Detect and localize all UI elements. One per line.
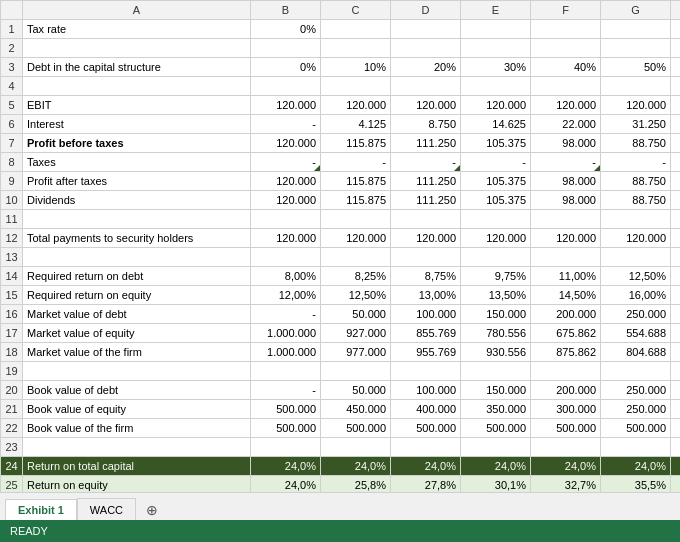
cell-14-C[interactable]: 8,25% — [321, 267, 391, 286]
cell-14-B[interactable]: 8,00% — [251, 267, 321, 286]
cell-17-C[interactable]: 927.000 — [321, 324, 391, 343]
cell-9-E[interactable]: 105.375 — [461, 172, 531, 191]
add-sheet-button[interactable]: ⊕ — [138, 500, 166, 520]
cell-24-C[interactable]: 24,0% — [321, 457, 391, 476]
cell-22-F[interactable]: 500.000 — [531, 419, 601, 438]
cell-23-G[interactable] — [601, 438, 671, 457]
cell-5-B[interactable]: 120.000 — [251, 96, 321, 115]
cell-19-G[interactable] — [601, 362, 671, 381]
cell-6-D[interactable]: 8.750 — [391, 115, 461, 134]
cell-16-F[interactable]: 200.000 — [531, 305, 601, 324]
cell-1-B[interactable]: 0% — [251, 20, 321, 39]
cell-3-B[interactable]: 0% — [251, 58, 321, 77]
cell-7-E[interactable]: 105.375 — [461, 134, 531, 153]
cell-18-E[interactable]: 930.556 — [461, 343, 531, 362]
cell-13-D[interactable] — [391, 248, 461, 267]
cell-20-A[interactable]: Book value of debt — [23, 381, 251, 400]
cell-23-A[interactable] — [23, 438, 251, 457]
col-header-h[interactable]: H — [671, 1, 681, 20]
cell-7-D[interactable]: 111.250 — [391, 134, 461, 153]
cell-18-F[interactable]: 875.862 — [531, 343, 601, 362]
cell-10-G[interactable]: 88.750 — [601, 191, 671, 210]
cell-19-E[interactable] — [461, 362, 531, 381]
cell-4-B[interactable] — [251, 77, 321, 96]
cell-24-E[interactable]: 24,0% — [461, 457, 531, 476]
cell-6-E[interactable]: 14.625 — [461, 115, 531, 134]
cell-22-E[interactable]: 500.000 — [461, 419, 531, 438]
cell-3-G[interactable]: 50% — [601, 58, 671, 77]
cell-11-F[interactable] — [531, 210, 601, 229]
cell-6-A[interactable]: Interest — [23, 115, 251, 134]
cell-7-B[interactable]: 120.000 — [251, 134, 321, 153]
cell-13-A[interactable] — [23, 248, 251, 267]
cell-2-B[interactable] — [251, 39, 321, 58]
cell-6-G[interactable]: 31.250 — [601, 115, 671, 134]
cell-4-G[interactable] — [601, 77, 671, 96]
cell-22-A[interactable]: Book value of the firm — [23, 419, 251, 438]
cell-19-C[interactable] — [321, 362, 391, 381]
cell-4-F[interactable] — [531, 77, 601, 96]
cell-2-E[interactable] — [461, 39, 531, 58]
cell-1-G[interactable] — [601, 20, 671, 39]
cell-20-G[interactable]: 250.000 — [601, 381, 671, 400]
col-header-d[interactable]: D — [391, 1, 461, 20]
cell-10-B[interactable]: 120.000 — [251, 191, 321, 210]
cell-11-A[interactable] — [23, 210, 251, 229]
cell-2-A[interactable] — [23, 39, 251, 58]
cell-22-B[interactable]: 500.000 — [251, 419, 321, 438]
cell-24-F[interactable]: 24,0% — [531, 457, 601, 476]
cell-24-G[interactable]: 24,0% — [601, 457, 671, 476]
cell-10-E[interactable]: 105.375 — [461, 191, 531, 210]
cell-9-G[interactable]: 88.750 — [601, 172, 671, 191]
cell-10-C[interactable]: 115.875 — [321, 191, 391, 210]
cell-10-F[interactable]: 98.000 — [531, 191, 601, 210]
cell-15-D[interactable]: 13,00% — [391, 286, 461, 305]
cell-8-D[interactable]: - — [391, 153, 461, 172]
cell-1-C[interactable] — [321, 20, 391, 39]
cell-21-D[interactable]: 400.000 — [391, 400, 461, 419]
cell-3-C[interactable]: 10% — [321, 58, 391, 77]
cell-5-D[interactable]: 120.000 — [391, 96, 461, 115]
col-header-g[interactable]: G — [601, 1, 671, 20]
cell-18-B[interactable]: 1.000.000 — [251, 343, 321, 362]
cell-2-D[interactable] — [391, 39, 461, 58]
cell-17-B[interactable]: 1.000.000 — [251, 324, 321, 343]
cell-19-F[interactable] — [531, 362, 601, 381]
cell-20-D[interactable]: 100.000 — [391, 381, 461, 400]
cell-24-B[interactable]: 24,0% — [251, 457, 321, 476]
col-header-f[interactable]: F — [531, 1, 601, 20]
cell-7-C[interactable]: 115.875 — [321, 134, 391, 153]
cell-14-G[interactable]: 12,50% — [601, 267, 671, 286]
cell-6-F[interactable]: 22.000 — [531, 115, 601, 134]
cell-23-C[interactable] — [321, 438, 391, 457]
cell-9-F[interactable]: 98.000 — [531, 172, 601, 191]
cell-11-G[interactable] — [601, 210, 671, 229]
col-header-e[interactable]: E — [461, 1, 531, 20]
cell-20-F[interactable]: 200.000 — [531, 381, 601, 400]
cell-23-B[interactable] — [251, 438, 321, 457]
cell-8-E[interactable]: - — [461, 153, 531, 172]
cell-16-D[interactable]: 100.000 — [391, 305, 461, 324]
cell-19-B[interactable] — [251, 362, 321, 381]
cell-20-B[interactable]: - — [251, 381, 321, 400]
cell-8-B[interactable]: - — [251, 153, 321, 172]
cell-1-F[interactable] — [531, 20, 601, 39]
cell-25-G[interactable]: 35,5% — [601, 476, 671, 493]
cell-21-A[interactable]: Book value of equity — [23, 400, 251, 419]
cell-19-D[interactable] — [391, 362, 461, 381]
tab-exhibit1[interactable]: Exhibit 1 — [5, 499, 77, 521]
cell-2-F[interactable] — [531, 39, 601, 58]
cell-3-A[interactable]: Debt in the capital structure — [23, 58, 251, 77]
cell-1-E[interactable] — [461, 20, 531, 39]
cell-20-E[interactable]: 150.000 — [461, 381, 531, 400]
cell-12-G[interactable]: 120.000 — [601, 229, 671, 248]
cell-5-C[interactable]: 120.000 — [321, 96, 391, 115]
cell-14-F[interactable]: 11,00% — [531, 267, 601, 286]
cell-7-F[interactable]: 98.000 — [531, 134, 601, 153]
cell-15-C[interactable]: 12,50% — [321, 286, 391, 305]
cell-14-A[interactable]: Required return on debt — [23, 267, 251, 286]
cell-15-B[interactable]: 12,00% — [251, 286, 321, 305]
cell-10-D[interactable]: 111.250 — [391, 191, 461, 210]
cell-9-A[interactable]: Profit after taxes — [23, 172, 251, 191]
cell-4-C[interactable] — [321, 77, 391, 96]
